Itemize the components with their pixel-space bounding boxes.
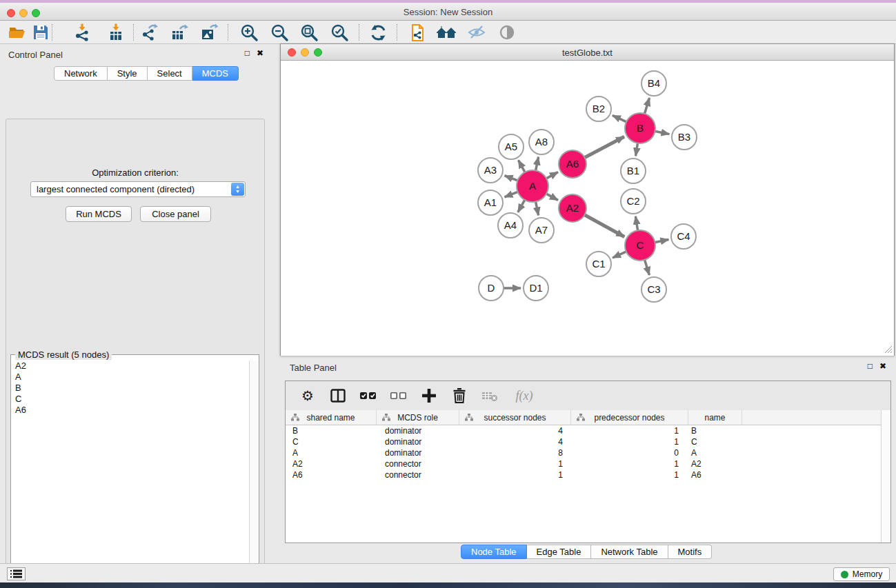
column-header-shared-name[interactable]: shared name [286,410,377,425]
run-mcds-button[interactable]: Run MCDS [66,206,132,222]
graph-node-A7[interactable]: A7 [529,218,554,243]
duplicate-network-icon[interactable] [407,23,428,42]
graph-node-A5[interactable]: A5 [499,134,524,159]
open-file-icon[interactable] [7,23,28,42]
graph-node-A4[interactable]: A4 [498,213,523,238]
memory-button[interactable]: Memory [833,567,890,581]
graph-edge-A-A7[interactable] [535,201,538,216]
mcds-result-list[interactable]: A2ABCA6 [12,361,250,588]
float-panel-icon[interactable]: □ [868,362,873,370]
save-session-icon[interactable] [30,23,51,42]
graph-edge-A6-B[interactable] [584,136,624,158]
column-header-predecessor-nodes[interactable]: predecessor nodes [571,410,688,425]
float-panel-icon[interactable]: □ [245,49,250,57]
graph-edge-B-B3[interactable] [654,131,670,134]
tab-network[interactable]: Network [54,66,108,81]
network-window-titlebar[interactable]: testGlobe.txt [281,44,894,61]
graph-node-D[interactable]: D [479,276,504,301]
export-network-icon[interactable] [139,23,160,42]
split-view-icon[interactable] [328,386,348,405]
mcds-result-item[interactable]: C [12,394,250,405]
graph-node-A3[interactable]: A3 [478,158,503,183]
graph-node-C4[interactable]: C4 [671,224,696,249]
deselect-all-icon[interactable] [389,386,408,405]
graph-node-B3[interactable]: B3 [672,125,697,150]
table-settings-icon[interactable]: ⚙ [298,386,317,405]
graph-edge-C-C4[interactable] [654,239,669,243]
tab-edge-table[interactable]: Edge Table [527,545,592,559]
graph-node-C[interactable]: C [625,230,655,261]
task-history-button[interactable] [7,567,26,580]
import-network-icon[interactable] [72,23,92,42]
tab-motifs[interactable]: Motifs [668,545,713,559]
node-table[interactable]: shared nameMCDS rolesuccessor nodesprede… [286,410,881,543]
window-resize-grip[interactable] [884,345,893,354]
network-graph[interactable]: B4B2BB3A8A5A6A3B1AA1C2A2A4A7C4CC1DD1C3 [281,61,894,356]
tab-node-table[interactable]: Node Table [461,545,527,559]
export-table-icon[interactable] [169,23,190,42]
tab-style[interactable]: Style [108,66,148,81]
criterion-select[interactable]: largest connected component (directed) ▲… [30,181,246,197]
column-header-name[interactable]: name [688,410,742,425]
select-all-icon[interactable] [359,386,378,405]
graph-edge-A-A1[interactable] [504,192,519,197]
zoom-fit-icon[interactable] [299,23,319,42]
mcds-result-item[interactable]: A6 [12,405,250,416]
zoom-in-icon[interactable] [239,23,259,42]
graph-node-D1[interactable]: D1 [524,276,548,301]
tab-select[interactable]: Select [148,66,192,81]
table-scrollbar[interactable] [881,410,890,543]
graph-edge-A-A6[interactable] [545,172,558,179]
zoom-selected-icon[interactable] [329,23,350,42]
add-column-icon[interactable] [419,386,439,405]
mcds-result-item[interactable]: A2 [12,361,250,372]
graph-node-B1[interactable]: B1 [621,159,646,183]
close-panel-icon[interactable]: ✖ [257,49,263,57]
graph-node-A2[interactable]: A2 [559,194,586,222]
column-header-MCDS-role[interactable]: MCDS role [377,410,459,425]
graph-edge-B-B1[interactable] [636,142,638,156]
graph-node-A1[interactable]: A1 [478,190,503,215]
close-panel-button[interactable]: Close panel [140,206,211,222]
import-table-icon[interactable] [106,23,126,42]
graph-node-A[interactable]: A [517,170,548,202]
graph-node-A8[interactable]: A8 [529,130,554,154]
table-row[interactable]: A2connector11A2 [286,458,881,469]
graph-edge-A2-C[interactable] [584,214,624,237]
tab-mcds[interactable]: MCDS [192,66,239,81]
graph-edge-A-A8[interactable] [535,157,538,172]
graph-node-B2[interactable]: B2 [586,97,611,121]
tab-network-table[interactable]: Network Table [591,545,668,559]
graph-node-C2[interactable]: C2 [621,189,646,214]
mcds-list-scrollbar[interactable] [249,361,258,588]
graph-edge-A-A2[interactable] [545,193,558,200]
table-row[interactable]: Cdominator41C [286,436,881,447]
graph-edge-A-A3[interactable] [505,176,519,181]
graph-edge-A-A4[interactable] [518,199,526,212]
table-row[interactable]: A6connector11A6 [286,469,881,480]
graph-node-B4[interactable]: B4 [641,71,666,96]
close-panel-icon[interactable]: ✖ [879,362,886,370]
graph-edge-C-C2[interactable] [635,216,638,232]
table-row[interactable]: Adominator80A [286,447,881,458]
export-image-icon[interactable] [199,23,219,42]
delete-column-icon[interactable] [450,386,469,405]
graph-node-B[interactable]: B [625,113,655,143]
mcds-result-item[interactable]: A [12,372,250,383]
graph-edge-B-B4[interactable] [644,98,650,115]
network-canvas[interactable]: B4B2BB3A8A5A6A3B1AA1C2A2A4A7C4CC1DD1C3 [281,61,894,356]
hide-eye-icon[interactable] [466,23,487,42]
apply-layout-icon[interactable] [368,23,388,42]
graph-edge-A-A5[interactable] [519,160,526,173]
graph-node-C3[interactable]: C3 [641,277,666,302]
graph-edge-C-C1[interactable] [613,251,628,258]
graph-node-A6[interactable]: A6 [559,150,586,178]
show-eye-icon[interactable] [497,23,517,42]
graph-node-C1[interactable]: C1 [586,252,611,276]
mcds-result-item[interactable]: B [12,383,250,394]
graph-edge-C-C3[interactable] [644,258,649,275]
table-row[interactable]: Bdominator41B [286,425,881,436]
zoom-out-icon[interactable] [269,23,290,42]
graph-edge-B-B2[interactable] [613,115,628,122]
column-header-successor-nodes[interactable]: successor nodes [459,410,571,425]
